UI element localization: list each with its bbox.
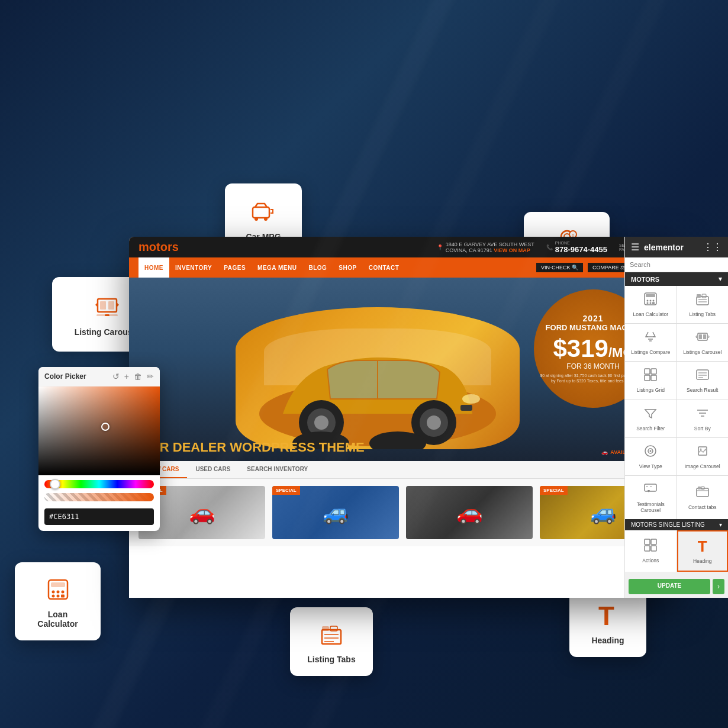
alpha-bar[interactable] [44,493,154,501]
background-road [0,0,728,728]
trash-icon[interactable]: 🗑 [134,372,142,381]
color-picker-title: Color Picker [44,372,86,381]
color-picker-header: Color Picker ↺ + 🗑 ✏ [38,367,160,386]
hue-thumb [50,479,60,489]
undo-icon[interactable]: ↺ [112,372,120,381]
color-picker-widget: Color Picker ↺ + 🗑 ✏ [38,367,160,531]
edit-icon[interactable]: ✏ [147,372,154,381]
color-value-input[interactable] [44,508,154,525]
hue-bar[interactable] [44,480,154,488]
main-container: ξ elementor NEW CAR DEALERSHIP DEMO Car … [0,0,728,728]
color-picker-actions: ↺ + 🗑 ✏ [112,372,154,381]
color-gradient-picker[interactable] [38,386,160,475]
color-cursor [101,423,109,431]
add-icon[interactable]: + [124,372,129,381]
